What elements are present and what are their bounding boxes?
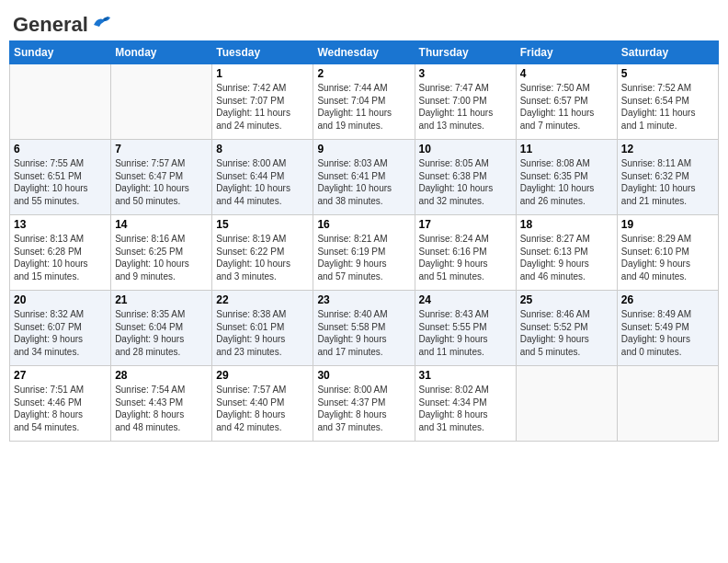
- calendar-cell: 1Sunrise: 7:42 AM Sunset: 7:07 PM Daylig…: [212, 64, 313, 140]
- cell-content: Sunrise: 8:32 AM Sunset: 6:07 PM Dayligh…: [14, 308, 107, 358]
- cell-content: Sunrise: 8:49 AM Sunset: 5:49 PM Dayligh…: [621, 308, 714, 358]
- cell-content: Sunrise: 8:35 AM Sunset: 6:04 PM Dayligh…: [115, 308, 208, 358]
- calendar-cell: 24Sunrise: 8:43 AM Sunset: 5:55 PM Dayli…: [415, 291, 516, 366]
- cell-content: Sunrise: 7:47 AM Sunset: 7:00 PM Dayligh…: [419, 82, 512, 132]
- calendar-cell: 15Sunrise: 8:19 AM Sunset: 6:22 PM Dayli…: [212, 215, 313, 291]
- day-header-friday: Friday: [516, 41, 617, 64]
- cell-content: Sunrise: 7:50 AM Sunset: 6:57 PM Dayligh…: [520, 82, 613, 132]
- day-number: 31: [419, 369, 512, 382]
- calendar-cell: 8Sunrise: 8:00 AM Sunset: 6:44 PM Daylig…: [212, 140, 313, 215]
- calendar-cell: 31Sunrise: 8:02 AM Sunset: 4:34 PM Dayli…: [415, 366, 516, 442]
- cell-content: Sunrise: 8:21 AM Sunset: 6:19 PM Dayligh…: [317, 233, 410, 282]
- day-number: 9: [317, 143, 410, 155]
- day-number: 18: [520, 218, 613, 231]
- calendar-cell: 4Sunrise: 7:50 AM Sunset: 6:57 PM Daylig…: [516, 64, 617, 140]
- day-number: 3: [419, 67, 512, 80]
- cell-content: Sunrise: 8:46 AM Sunset: 5:52 PM Dayligh…: [520, 308, 613, 358]
- week-row-3: 13Sunrise: 8:13 AM Sunset: 6:28 PM Dayli…: [10, 215, 719, 291]
- day-number: 24: [419, 293, 512, 306]
- week-row-5: 27Sunrise: 7:51 AM Sunset: 4:46 PM Dayli…: [10, 366, 719, 442]
- header-row: SundayMondayTuesdayWednesdayThursdayFrid…: [10, 41, 719, 64]
- logo-general: General: [13, 13, 88, 37]
- calendar-cell: 7Sunrise: 7:57 AM Sunset: 6:47 PM Daylig…: [111, 140, 212, 215]
- week-row-4: 20Sunrise: 8:32 AM Sunset: 6:07 PM Dayli…: [10, 291, 719, 366]
- cell-content: Sunrise: 7:51 AM Sunset: 4:46 PM Dayligh…: [14, 384, 107, 433]
- cell-content: Sunrise: 8:27 AM Sunset: 6:13 PM Dayligh…: [520, 233, 613, 282]
- calendar-table: SundayMondayTuesdayWednesdayThursdayFrid…: [9, 40, 719, 442]
- cell-content: Sunrise: 8:00 AM Sunset: 6:44 PM Dayligh…: [216, 157, 309, 207]
- day-number: 13: [14, 218, 107, 231]
- day-number: 25: [520, 293, 613, 306]
- day-number: 2: [317, 67, 410, 80]
- cell-content: Sunrise: 8:24 AM Sunset: 6:16 PM Dayligh…: [419, 233, 512, 282]
- calendar-cell: [10, 64, 111, 140]
- calendar-cell: [617, 366, 718, 442]
- calendar-cell: 21Sunrise: 8:35 AM Sunset: 6:04 PM Dayli…: [111, 291, 212, 366]
- calendar-cell: 14Sunrise: 8:16 AM Sunset: 6:25 PM Dayli…: [111, 215, 212, 291]
- calendar-cell: 6Sunrise: 7:55 AM Sunset: 6:51 PM Daylig…: [10, 140, 111, 215]
- cell-content: Sunrise: 8:05 AM Sunset: 6:38 PM Dayligh…: [419, 157, 512, 207]
- calendar-cell: 2Sunrise: 7:44 AM Sunset: 7:04 PM Daylig…: [313, 64, 415, 140]
- day-number: 27: [14, 369, 107, 382]
- week-row-1: 1Sunrise: 7:42 AM Sunset: 7:07 PM Daylig…: [10, 64, 719, 140]
- cell-content: Sunrise: 8:40 AM Sunset: 5:58 PM Dayligh…: [317, 308, 410, 358]
- cell-content: Sunrise: 8:02 AM Sunset: 4:34 PM Dayligh…: [419, 384, 512, 433]
- cell-content: Sunrise: 8:19 AM Sunset: 6:22 PM Dayligh…: [216, 233, 309, 282]
- week-row-2: 6Sunrise: 7:55 AM Sunset: 6:51 PM Daylig…: [10, 140, 719, 215]
- cell-content: Sunrise: 8:29 AM Sunset: 6:10 PM Dayligh…: [621, 233, 714, 282]
- calendar-cell: 30Sunrise: 8:00 AM Sunset: 4:37 PM Dayli…: [313, 366, 415, 442]
- day-number: 10: [419, 143, 512, 155]
- calendar-cell: 12Sunrise: 8:11 AM Sunset: 6:32 PM Dayli…: [617, 140, 718, 215]
- cell-content: Sunrise: 8:08 AM Sunset: 6:35 PM Dayligh…: [520, 157, 613, 207]
- day-number: 8: [216, 143, 309, 155]
- day-header-thursday: Thursday: [415, 41, 516, 64]
- day-number: 29: [216, 369, 309, 382]
- cell-content: Sunrise: 8:13 AM Sunset: 6:28 PM Dayligh…: [14, 233, 107, 282]
- cell-content: Sunrise: 7:42 AM Sunset: 7:07 PM Dayligh…: [216, 82, 309, 132]
- cell-content: Sunrise: 7:55 AM Sunset: 6:51 PM Dayligh…: [14, 157, 107, 207]
- day-header-sunday: Sunday: [10, 41, 111, 64]
- logo-bird-icon: [92, 14, 112, 30]
- calendar-cell: 19Sunrise: 8:29 AM Sunset: 6:10 PM Dayli…: [617, 215, 718, 291]
- calendar-cell: 28Sunrise: 7:54 AM Sunset: 4:43 PM Dayli…: [111, 366, 212, 442]
- day-number: 19: [621, 218, 714, 231]
- calendar-cell: 10Sunrise: 8:05 AM Sunset: 6:38 PM Dayli…: [415, 140, 516, 215]
- day-number: 11: [520, 143, 613, 155]
- cell-content: Sunrise: 8:11 AM Sunset: 6:32 PM Dayligh…: [621, 157, 714, 207]
- logo: General: [13, 13, 112, 29]
- day-number: 15: [216, 218, 309, 231]
- calendar-cell: 29Sunrise: 7:57 AM Sunset: 4:40 PM Dayli…: [212, 366, 313, 442]
- cell-content: Sunrise: 8:38 AM Sunset: 6:01 PM Dayligh…: [216, 308, 309, 358]
- cell-content: Sunrise: 8:16 AM Sunset: 6:25 PM Dayligh…: [115, 233, 208, 282]
- day-number: 16: [317, 218, 410, 231]
- calendar-cell: 18Sunrise: 8:27 AM Sunset: 6:13 PM Dayli…: [516, 215, 617, 291]
- cell-content: Sunrise: 8:00 AM Sunset: 4:37 PM Dayligh…: [317, 384, 410, 433]
- day-number: 26: [621, 293, 714, 306]
- day-number: 6: [14, 143, 107, 155]
- calendar-cell: 23Sunrise: 8:40 AM Sunset: 5:58 PM Dayli…: [313, 291, 415, 366]
- day-number: 14: [115, 218, 208, 231]
- day-header-saturday: Saturday: [617, 41, 718, 64]
- day-number: 28: [115, 369, 208, 382]
- calendar-cell: 11Sunrise: 8:08 AM Sunset: 6:35 PM Dayli…: [516, 140, 617, 215]
- calendar-cell: 27Sunrise: 7:51 AM Sunset: 4:46 PM Dayli…: [10, 366, 111, 442]
- calendar-cell: 26Sunrise: 8:49 AM Sunset: 5:49 PM Dayli…: [617, 291, 718, 366]
- calendar-cell: 25Sunrise: 8:46 AM Sunset: 5:52 PM Dayli…: [516, 291, 617, 366]
- calendar-cell: [516, 366, 617, 442]
- calendar-cell: 5Sunrise: 7:52 AM Sunset: 6:54 PM Daylig…: [617, 64, 718, 140]
- cell-content: Sunrise: 7:54 AM Sunset: 4:43 PM Dayligh…: [115, 384, 208, 433]
- calendar-cell: 17Sunrise: 8:24 AM Sunset: 6:16 PM Dayli…: [415, 215, 516, 291]
- cell-content: Sunrise: 7:44 AM Sunset: 7:04 PM Dayligh…: [317, 82, 410, 132]
- day-number: 1: [216, 67, 309, 80]
- day-number: 17: [419, 218, 512, 231]
- day-number: 20: [14, 293, 107, 306]
- day-number: 30: [317, 369, 410, 382]
- calendar-cell: 20Sunrise: 8:32 AM Sunset: 6:07 PM Dayli…: [10, 291, 111, 366]
- calendar-cell: 16Sunrise: 8:21 AM Sunset: 6:19 PM Dayli…: [313, 215, 415, 291]
- day-number: 21: [115, 293, 208, 306]
- calendar-cell: [111, 64, 212, 140]
- cell-content: Sunrise: 7:52 AM Sunset: 6:54 PM Dayligh…: [621, 82, 714, 132]
- cell-content: Sunrise: 7:57 AM Sunset: 4:40 PM Dayligh…: [216, 384, 309, 433]
- cell-content: Sunrise: 8:03 AM Sunset: 6:41 PM Dayligh…: [317, 157, 410, 207]
- day-number: 4: [520, 67, 613, 80]
